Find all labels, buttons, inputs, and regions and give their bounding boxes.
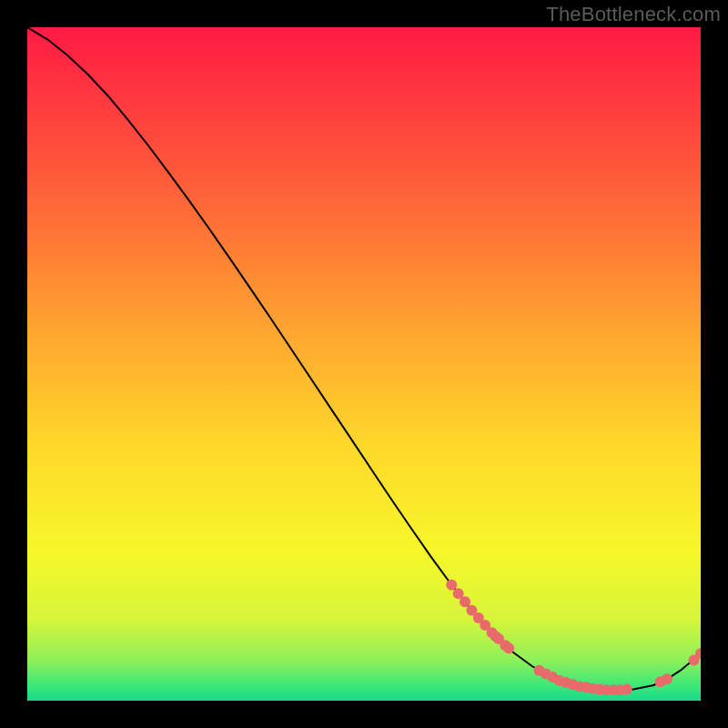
chart-container (27, 27, 701, 701)
data-point (662, 673, 672, 684)
data-point (460, 596, 470, 607)
gradient-background (27, 27, 701, 701)
data-point (622, 683, 632, 694)
data-point (503, 642, 514, 653)
data-point (446, 580, 457, 591)
bottleneck-chart (27, 27, 701, 701)
watermark-text: TheBottleneck.com (546, 3, 721, 26)
